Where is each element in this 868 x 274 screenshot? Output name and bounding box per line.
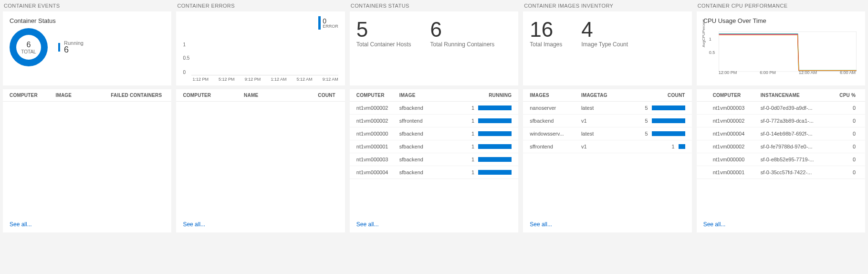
bar-value: 5: [638, 105, 648, 111]
col-count[interactable]: COUNT: [668, 93, 685, 98]
cell-image: sfbackend: [530, 118, 581, 124]
legend-color-tick: [58, 43, 60, 52]
x-tick: 9:12 PM: [245, 77, 261, 82]
table-row[interactable]: nt1vm000000 sfbackend 1: [350, 127, 518, 140]
col-computer[interactable]: COMPUTER: [183, 93, 244, 98]
donut-chart: 6 TOTAL: [10, 28, 48, 66]
stat-value: 5: [356, 19, 411, 40]
col-failed[interactable]: FAILED CONTAINERS: [102, 93, 165, 98]
col-images[interactable]: IMAGES: [530, 93, 581, 98]
status-table: COMPUTER IMAGE RUNNING nt1vm000002 sfbac…: [350, 89, 518, 232]
table-row[interactable]: nt1vm000002 sf-0-772a3b89-dca1-... 0: [697, 115, 865, 127]
errors-card: 0 ERROR 1 0.5 0 1:12 PM5:12 PM9:12 PM1:1…: [176, 11, 345, 85]
see-all-link[interactable]: See all...: [523, 217, 691, 230]
table-row[interactable]: nanoserver latest 5: [523, 102, 691, 115]
table-row[interactable]: nt1vm000001 sfbackend 1: [350, 140, 518, 153]
col-instancename[interactable]: INSTANCENAME: [761, 93, 835, 98]
bar-cell: 1: [459, 144, 512, 149]
x-tick: 6:00 AM: [840, 70, 856, 75]
error-count: 0: [323, 18, 338, 24]
cell-image: sffrontend: [530, 144, 581, 149]
table-row[interactable]: nt1vm000003 sf-0-0d07ed39-a9df-... 0: [697, 102, 865, 115]
card-subtitle: CPU Usage Over Time: [703, 17, 858, 24]
cell-computer: nt1vm000001: [713, 169, 761, 175]
bar-fill: [652, 118, 685, 123]
col-image[interactable]: IMAGE: [399, 93, 459, 98]
table-row[interactable]: nt1vm000001 sf-0-35cc57fd-7422-... 0: [697, 166, 865, 179]
table-row[interactable]: nt1vm000000 sf-0-e8b52e95-7719-... 0: [697, 153, 865, 166]
table-row[interactable]: nt1vm000004 sfbackend 1: [350, 166, 518, 179]
table-row[interactable]: windowsserv... latest 5: [523, 127, 691, 140]
cell-image: sfbackend: [399, 105, 459, 111]
table-row[interactable]: nt1vm000003 sfbackend 1: [350, 153, 518, 166]
col-count[interactable]: COUNT: [305, 93, 338, 98]
bar-fill: [478, 144, 512, 149]
x-tick: 5:12 AM: [297, 77, 313, 82]
bar-value: 5: [638, 131, 648, 137]
error-color-tick: [318, 16, 321, 30]
bar-value: 1: [465, 118, 474, 124]
see-all-link[interactable]: See all...: [3, 217, 171, 230]
cell-status: [703, 105, 713, 111]
col-computer[interactable]: COMPUTER: [713, 93, 761, 98]
table-row[interactable]: nt1vm000004 sf-0-14eb98b7-692f-... 0: [697, 127, 865, 140]
table-row[interactable]: sfbackend v1 5: [523, 115, 691, 127]
x-tick: 9:12 AM: [323, 77, 338, 82]
col-computer[interactable]: COMPUTER: [356, 93, 399, 98]
cell-cpu: 0: [835, 144, 858, 149]
cell-cpu: 0: [835, 118, 858, 124]
card-subtitle: Container Status: [10, 17, 165, 24]
table-row[interactable]: sffrontend v1 1: [523, 140, 691, 153]
svg-rect-0: [719, 32, 856, 72]
cell-image: sfbackend: [399, 131, 459, 137]
stat-label: Total Images: [530, 41, 562, 48]
x-tick: 1:12 PM: [192, 77, 209, 82]
see-all-link[interactable]: See all...: [176, 217, 345, 230]
bar-fill: [652, 105, 685, 110]
cell-tag: v1: [581, 118, 633, 124]
col-imagetag[interactable]: IMAGETAG: [581, 93, 633, 98]
panel-title: CONTAINER ERRORS: [177, 3, 345, 9]
x-tick: 6:00 PM: [760, 70, 776, 75]
cell-computer: nt1vm000001: [356, 144, 399, 149]
inventory-table: IMAGES IMAGETAG COUNT nanoserver latest …: [523, 89, 691, 232]
cell-image: sfbackend: [399, 169, 459, 175]
error-count-label: ERROR: [323, 24, 338, 29]
cell-cpu: 0: [835, 105, 858, 111]
cell-cpu: 0: [835, 131, 858, 137]
table-header: COMPUTER NAME COUNT: [176, 89, 345, 102]
bar-value: 1: [465, 157, 474, 162]
see-all-link[interactable]: See all...: [350, 217, 518, 230]
cell-status: [703, 118, 713, 124]
cell-computer: nt1vm000003: [356, 157, 399, 162]
table-row[interactable]: nt1vm000002 sffrontend 1: [350, 115, 518, 127]
x-tick: 12:00 AM: [799, 70, 817, 75]
legend-value: 6: [64, 45, 84, 55]
y-tick: 0: [183, 70, 186, 75]
table-row[interactable]: nt1vm000002 sfbackend 1: [350, 102, 518, 115]
col-computer[interactable]: COMPUTER: [10, 93, 55, 98]
cell-cpu: 0: [835, 169, 858, 175]
see-all-link[interactable]: See all...: [697, 217, 865, 230]
panel-title: CONTAINER CPU PERFORMANCE: [698, 3, 865, 9]
chart-baseline: [191, 75, 338, 75]
error-count-badge: 0 ERROR: [318, 16, 338, 30]
panel-title: CONTAINERS STATUS: [351, 3, 518, 9]
x-tick: 12:00 PM: [719, 70, 737, 75]
col-image[interactable]: IMAGE: [55, 93, 101, 98]
col-name[interactable]: NAME: [244, 93, 305, 98]
stat-running-containers: 6 Total Running Containers: [430, 19, 495, 48]
bar-cell: 1: [459, 105, 512, 111]
cell-computer: nt1vm000000: [356, 131, 399, 137]
table-row[interactable]: nt1vm000002 sf-0-fe79788d-97e0-... 0: [697, 140, 865, 153]
cell-status: [703, 131, 713, 137]
panel-title: CONTAINER EVENTS: [4, 3, 171, 9]
donut-total-label: TOTAL: [21, 49, 36, 54]
col-running[interactable]: RUNNING: [489, 93, 512, 98]
bar-value: 5: [638, 118, 648, 124]
cell-computer: nt1vm000003: [713, 105, 761, 111]
col-cpu-pct[interactable]: CPU %: [835, 93, 858, 98]
cell-instance: sf-0-772a3b89-dca1-...: [761, 118, 835, 124]
bar-cell: 1: [459, 157, 512, 162]
cell-instance: sf-0-35cc57fd-7422-...: [761, 169, 835, 175]
